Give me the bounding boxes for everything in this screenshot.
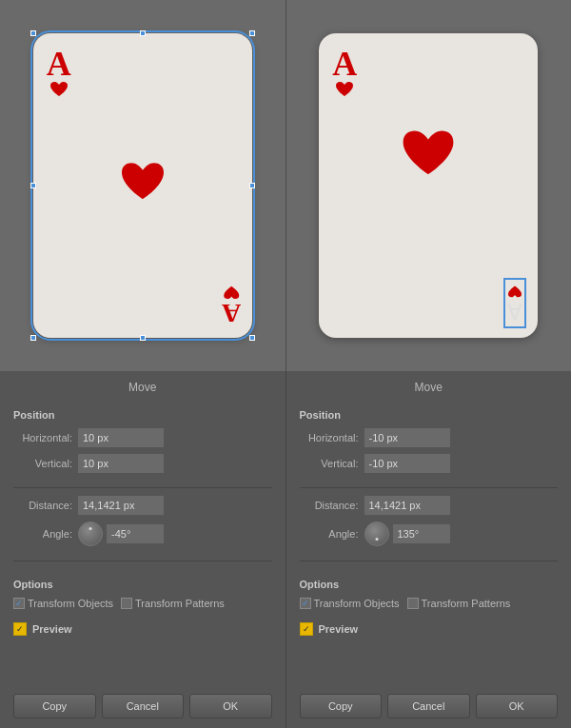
distance-row-left: Distance:: [13, 496, 272, 515]
position-label-right: Position: [300, 409, 559, 421]
options-section-right: Options Transform Objects Transform Patt…: [300, 579, 559, 613]
handle-ml[interactable]: [30, 183, 36, 188]
angle-row-right: Angle:: [300, 521, 559, 546]
separator-right: [300, 487, 559, 488]
transform-objects-cb-right[interactable]: [300, 598, 311, 609]
angle-label-left: Angle:: [13, 528, 78, 540]
card-rank-bottom-right: A: [507, 298, 522, 325]
distance-input-left[interactable]: [78, 496, 164, 515]
horizontal-label-right: Horizontal:: [300, 432, 364, 443]
horizontal-row-left: Horizontal:: [13, 428, 272, 447]
preview-row-right: Preview: [300, 622, 559, 636]
cancel-button-right[interactable]: Cancel: [387, 694, 470, 718]
horizontal-input-right[interactable]: [364, 428, 450, 447]
dial-dot-right: [375, 538, 378, 541]
card-area-right: A A: [286, 0, 572, 371]
card-suit-top-right: [335, 81, 354, 102]
transform-patterns-label-right: Transform Patterns: [422, 598, 511, 609]
distance-label-left: Distance:: [13, 500, 78, 511]
transform-patterns-cb-left[interactable]: [121, 598, 132, 609]
angle-label-right: Angle:: [300, 528, 364, 540]
card-top-left: A: [47, 47, 71, 102]
handle-tr[interactable]: [249, 30, 255, 36]
separator-left: [13, 487, 272, 488]
separator2-left: [13, 561, 272, 561]
angle-dial-left[interactable]: [78, 521, 103, 546]
options-label-left: Options: [13, 579, 272, 590]
preview-cb-right[interactable]: [300, 622, 313, 636]
card-top-right: A: [332, 47, 357, 102]
card-rank-top-right: A: [332, 47, 357, 81]
transform-objects-left[interactable]: Transform Objects: [13, 598, 113, 609]
card-center-heart-left: [119, 161, 167, 206]
preview-cb-left[interactable]: [13, 622, 27, 636]
copy-button-left[interactable]: Copy: [13, 694, 96, 718]
panel-left: Move Position Horizontal: Vertical: Dist…: [0, 371, 286, 728]
angle-input-right[interactable]: [393, 524, 450, 543]
checkbox-row-right: Transform Objects Transform Patterns: [300, 598, 559, 609]
panel-right-title: Move: [300, 381, 559, 400]
handle-bm[interactable]: [140, 335, 146, 341]
vertical-label-right: Vertical:: [300, 458, 364, 469]
transform-patterns-right[interactable]: Transform Patterns: [407, 598, 511, 609]
transform-patterns-left[interactable]: Transform Patterns: [121, 598, 225, 609]
angle-input-left[interactable]: [107, 524, 164, 543]
separator2-right: [300, 561, 559, 561]
button-row-right: Copy Cancel OK: [300, 694, 559, 718]
panel-right: Move Position Horizontal: Vertical: Dist…: [286, 371, 572, 728]
transform-patterns-label-left: Transform Patterns: [135, 598, 225, 609]
card-area-left: A A: [0, 0, 286, 371]
card-suit-bottom-right: [507, 282, 522, 298]
options-section-left: Options Transform Objects Transform Patt…: [13, 579, 272, 613]
transform-objects-right[interactable]: Transform Objects: [300, 598, 400, 609]
cancel-button-left[interactable]: Cancel: [102, 694, 185, 718]
checkbox-row-left: Transform Objects Transform Patterns: [13, 598, 272, 609]
distance-input-right[interactable]: [364, 496, 450, 515]
button-row-left: Copy Cancel OK: [13, 694, 272, 718]
vertical-label-left: Vertical:: [13, 458, 78, 469]
angle-row-left: Angle:: [13, 521, 272, 546]
panel-left-title: Move: [13, 381, 272, 400]
preview-label-right: Preview: [319, 623, 359, 635]
distance-label-right: Distance:: [300, 500, 364, 511]
playing-card-left: A A: [33, 33, 252, 338]
card-bottom-left: A: [222, 282, 241, 326]
horizontal-row-right: Horizontal:: [300, 428, 559, 447]
card-rank-top-left: A: [47, 47, 71, 81]
vertical-input-right[interactable]: [364, 454, 450, 473]
transform-patterns-cb-right[interactable]: [407, 598, 419, 609]
handle-bl[interactable]: [30, 335, 36, 341]
card-rank-bottom-left: A: [222, 300, 241, 326]
vertical-row-right: Vertical:: [300, 454, 559, 473]
card-bottom-right-selected: A: [505, 280, 524, 326]
handle-tl[interactable]: [30, 30, 36, 36]
copy-button-right[interactable]: Copy: [300, 694, 383, 718]
transform-objects-label-right: Transform Objects: [314, 598, 400, 609]
playing-card-right: A A: [319, 33, 538, 338]
angle-dial-right[interactable]: [364, 521, 389, 546]
card-bottom-right: A: [507, 282, 522, 325]
position-label-left: Position: [13, 409, 272, 421]
card-center-heart-right: [400, 128, 457, 183]
transform-objects-cb-left[interactable]: [13, 598, 25, 609]
dial-dot-left: [89, 527, 92, 530]
vertical-row-left: Vertical:: [13, 454, 272, 473]
handle-mr[interactable]: [249, 183, 255, 188]
card-suit-bottom-left: [223, 282, 240, 300]
ok-button-right[interactable]: OK: [476, 694, 559, 718]
card-suit-top-left: [49, 81, 69, 102]
preview-label-left: Preview: [32, 623, 72, 635]
vertical-input-left[interactable]: [78, 454, 164, 473]
transform-objects-label-left: Transform Objects: [28, 598, 113, 609]
horizontal-input-left[interactable]: [78, 428, 164, 447]
distance-row-right: Distance:: [300, 496, 559, 515]
handle-tm[interactable]: [140, 30, 146, 36]
options-label-right: Options: [300, 579, 559, 590]
handle-br[interactable]: [249, 335, 255, 341]
preview-row-left: Preview: [13, 622, 272, 636]
ok-button-left[interactable]: OK: [189, 694, 272, 718]
horizontal-label-left: Horizontal:: [13, 432, 78, 443]
